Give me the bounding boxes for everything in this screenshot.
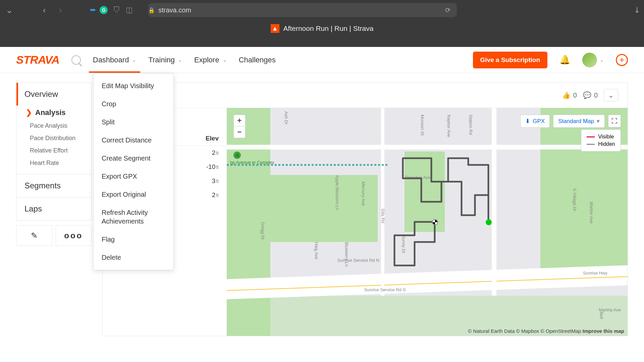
strava-favicon-icon: ▲ [271, 24, 279, 33]
tab-title: Afternoon Run | Run | Strava [283, 24, 374, 33]
menu-create-segment[interactable]: Create Segment [94, 149, 173, 167]
sidebar-relative-effort[interactable]: Relative Effort [16, 144, 91, 157]
zoom-out-button[interactable]: − [234, 126, 245, 138]
nav-dashboard[interactable]: Dashboard ⌄ [93, 48, 137, 72]
menu-refresh-achievements[interactable]: Refresh Activity Achievements [94, 203, 173, 230]
sidebar-laps[interactable]: Laps [16, 197, 91, 220]
sidebar-pace-distribution[interactable]: Pace Distribution [16, 132, 91, 144]
menu-correct-distance[interactable]: Correct Distance [94, 131, 173, 149]
chevron-down-icon: ⌄ [223, 57, 227, 63]
ellipsis-icon: ooo [64, 231, 83, 240]
lock-icon: 🔒 [148, 7, 155, 13]
chevron-down-icon: ⌄ [600, 57, 604, 63]
search-icon[interactable] [71, 55, 81, 65]
thumbs-up-icon: 👍 [562, 91, 571, 99]
chevron-down-icon: ⌄ [608, 92, 614, 99]
actions-menu: Edit Map Visibility Crop Split Correct D… [93, 73, 174, 270]
activity-menu-button[interactable]: ⌄ [604, 89, 618, 102]
bell-icon[interactable]: 🔔 [559, 55, 570, 65]
refresh-icon[interactable]: ⟳ [445, 6, 451, 14]
map-legend: Visible Hidden [581, 129, 621, 152]
more-actions-button[interactable]: ooo [56, 225, 92, 246]
kudos-count[interactable]: 👍 0 [562, 91, 577, 99]
chevron-down-icon: ⌄ [132, 57, 136, 63]
chevron-down-icon: ▾ [597, 118, 600, 125]
map-style-select[interactable]: Standard Map ▾ [553, 115, 605, 128]
privacy-shield-icon[interactable]: ◫ [126, 6, 133, 14]
end-marker-icon [432, 219, 438, 225]
browser-chrome: ⌄ ‹ › ••• G ⛉ ◫ 🔒 strava.com ⟳ ⤓ ▲ After… [0, 0, 644, 47]
shield-outline-icon[interactable]: ⛉ [113, 6, 120, 14]
fullscreen-button[interactable]: ⛶ [608, 115, 621, 127]
improve-map-link[interactable]: Improve this map [583, 328, 624, 334]
main-panel: mino – Run 👍 0 💬 0 ⌄ s GAP [102, 82, 628, 336]
menu-crop[interactable]: Crop [94, 95, 173, 113]
menu-export-gpx[interactable]: Export GPX [94, 167, 173, 185]
map-zoom: + − [233, 115, 246, 138]
add-button[interactable]: + [616, 54, 628, 66]
browser-tab[interactable]: ▲ Afternoon Run | Run | Strava [0, 20, 644, 37]
subscribe-button[interactable]: Give a Subscription [473, 52, 547, 68]
avatar [582, 53, 597, 67]
nav-challenges[interactable]: Challenges [239, 48, 276, 72]
grammarly-icon[interactable]: G [100, 6, 108, 14]
menu-split[interactable]: Split [94, 113, 173, 131]
back-icon[interactable]: ‹ [39, 5, 50, 15]
zoom-in-button[interactable]: + [234, 115, 245, 126]
download-icon: ⬇ [525, 118, 530, 125]
main-nav: STRAVA Dashboard ⌄ Training ⌄ Explore ⌄ … [0, 47, 644, 73]
forward-icon: › [55, 5, 66, 15]
sidebar-heart-rate[interactable]: Heart Rate [16, 157, 91, 169]
comment-icon: 💬 [583, 91, 591, 99]
edit-button[interactable]: ✎ [16, 225, 52, 246]
user-menu[interactable]: ⌄ [582, 53, 604, 67]
poi-icon: 🌲 [233, 152, 241, 159]
menu-flag[interactable]: Flag [94, 230, 173, 248]
gpx-button[interactable]: ⬇ GPX [520, 115, 550, 128]
url-bar[interactable]: 🔒 strava.com ⟳ [148, 3, 457, 17]
chevron-down-icon: ⌄ [178, 57, 182, 63]
download-icon[interactable]: ⤓ [634, 6, 640, 14]
sidebar-pace-analysis[interactable]: Pace Analysis [16, 120, 91, 132]
pencil-icon: ✎ [31, 231, 38, 240]
reader-icon[interactable]: ••• [90, 5, 94, 15]
map-attribution: © Natural Earth Data © Mapbox © OpenStre… [468, 328, 624, 334]
sidebar-analysis[interactable]: Analysis [16, 106, 91, 120]
nav-explore[interactable]: Explore ⌄ [194, 48, 227, 72]
start-marker-icon [486, 219, 492, 225]
menu-export-original[interactable]: Export Original [94, 185, 173, 203]
menu-edit-visibility[interactable]: Edit Map Visibility [94, 77, 173, 95]
sidebar-overview[interactable]: Overview [16, 83, 91, 106]
strava-logo[interactable]: STRAVA [16, 53, 59, 66]
comments-count[interactable]: 💬 0 [583, 91, 598, 99]
sidebar-segments[interactable]: Segments [16, 174, 91, 197]
map[interactable]: Ash Dr bp Avenue er Complex Apple Blosso… [227, 108, 628, 336]
chevron-down-icon[interactable]: ⌄ [4, 5, 15, 15]
url-text: strava.com [158, 6, 191, 14]
sidebar: Overview Analysis Pace Analysis Pace Dis… [16, 82, 92, 336]
nav-training[interactable]: Training ⌄ [148, 48, 182, 72]
panel-header: mino – Run 👍 0 💬 0 ⌄ [103, 83, 628, 108]
menu-delete[interactable]: Delete [94, 248, 173, 266]
